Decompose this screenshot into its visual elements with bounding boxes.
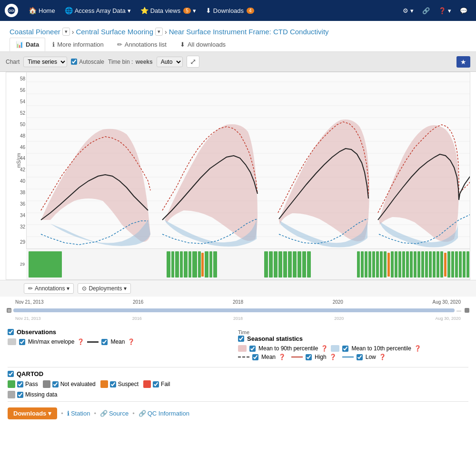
observations-legend: Observations Min/max envelope ❓ Mean ❓ [8, 328, 238, 362]
pass-checkbox[interactable] [17, 381, 23, 387]
qartod-row1: Pass Not evaluated Suspect Fail [8, 380, 468, 388]
qartod-checkbox[interactable] [8, 371, 14, 377]
svg-rect-26 [205, 251, 208, 278]
brand[interactable]: OOI [5, 4, 18, 17]
seasonal-mean-label: Mean [261, 354, 276, 360]
seasonal-90-help[interactable]: ❓ [321, 345, 328, 352]
nav-downloads[interactable]: ⬇ Downloads 4 [202, 5, 258, 16]
tab-annotations[interactable]: ✏ Annotations list [111, 38, 173, 51]
nav-settings[interactable]: ⚙ ▾ [399, 5, 417, 16]
pass-swatch [8, 380, 15, 388]
qc-link[interactable]: 🔗 QC Information [139, 410, 189, 417]
link-icon: 🔗 [100, 410, 108, 417]
footer-links: Downloads ▾ • ℹ Station • 🔗 Source • 🔗 Q… [0, 402, 476, 423]
tab-data[interactable]: 📊 Data [10, 38, 45, 51]
nav-dataviews-label: Data views [150, 7, 181, 14]
time-label: Time [238, 328, 468, 335]
favorite-button[interactable]: ★ [456, 56, 470, 68]
seasonal-mean-checkbox[interactable] [252, 354, 258, 360]
avail-yaxis: 29 [6, 248, 26, 279]
chevron-down-icon: ▾ [67, 285, 69, 292]
breadcrumb-level1-dropdown[interactable]: ▾ [62, 28, 70, 36]
seasonal-high-checkbox[interactable] [306, 354, 312, 360]
obs-minmax-checkbox[interactable] [19, 339, 25, 345]
annotation-bar: ✏ Annotations ▾ ⊙ Deployments ▾ [0, 280, 476, 297]
autoscale-checkbox[interactable] [71, 59, 77, 65]
svg-rect-53 [410, 251, 413, 278]
navbar: OOI 🏠 Home 🌐 Access Array Data ▾ ⭐ Data … [0, 0, 476, 21]
tab-more-info[interactable]: ℹ More information [46, 38, 110, 51]
not-eval-checkbox[interactable] [52, 381, 59, 387]
svg-rect-29 [264, 251, 268, 278]
deployments-button[interactable]: ⊙ Deployments ▾ [78, 283, 131, 294]
obs-mean-help[interactable]: ❓ [128, 338, 135, 345]
seasonal-low-help[interactable]: ❓ [379, 354, 386, 360]
seasonal-90-hump3 [279, 119, 369, 241]
seasonal-10-checkbox[interactable] [342, 346, 348, 352]
svg-text:⊟: ⊟ [8, 308, 11, 313]
breadcrumb-level1[interactable]: Coastal Pioneer [10, 28, 60, 36]
nav-help[interactable]: ❓ ▾ [435, 5, 455, 16]
time-nav-bar[interactable]: ⊟ — [6, 306, 470, 315]
chat-icon: 💬 [460, 7, 467, 14]
svg-rect-33 [283, 251, 287, 278]
time-navigator: Nov 21, 2013 2016 2018 2020 Aug 30, 2020… [6, 297, 470, 324]
suspect-checkbox[interactable] [110, 381, 116, 387]
nav-right: ⚙ ▾ 🔗 ❓ ▾ 💬 [399, 5, 471, 16]
obs-minmax-help[interactable]: ❓ [77, 338, 84, 345]
obs-minmax-row: Min/max envelope ❓ Mean ❓ [8, 338, 238, 345]
nav-dataviews[interactable]: ⭐ Data views 5 ▾ [137, 5, 200, 16]
breadcrumb-level2-dropdown[interactable]: ▾ [155, 28, 163, 36]
source-link[interactable]: 🔗 Source [100, 410, 129, 417]
nav-chat[interactable]: 💬 [456, 5, 471, 16]
timebin-select[interactable]: Auto [157, 57, 183, 67]
seasonal-high-swatch [291, 357, 303, 357]
seasonal-high-help[interactable]: ❓ [329, 354, 337, 360]
chevron-down-icon: ▾ [193, 7, 196, 14]
time-nav-center-handle[interactable]: — [456, 308, 462, 313]
station-link[interactable]: ℹ Station [67, 410, 90, 417]
info-icon: ℹ [52, 41, 55, 48]
tab-all-downloads[interactable]: ⬇ All downloads [174, 38, 232, 51]
breadcrumb-level2[interactable]: Central Surface Mooring [76, 28, 153, 36]
svg-rect-65 [455, 251, 458, 278]
svg-rect-56 [421, 251, 424, 278]
nav-home[interactable]: 🏠 Home [25, 5, 59, 16]
data-icon: 📊 [16, 41, 23, 48]
qartod-fail: Fail [143, 380, 170, 388]
yaxis-value: 32 [8, 224, 25, 229]
chevron-down-icon: ▾ [48, 410, 51, 417]
svg-rect-42 [368, 251, 371, 278]
seasonal-90-checkbox[interactable] [249, 346, 256, 352]
mean-line-swatch [87, 341, 99, 343]
missing-label: Missing data [25, 391, 57, 398]
svg-rect-47 [387, 253, 390, 277]
chart-type-select[interactable]: Time series [23, 57, 67, 67]
observations-checkbox[interactable] [8, 329, 14, 335]
obs-mean-checkbox[interactable] [101, 339, 108, 345]
nav-access-array[interactable]: 🌐 Access Array Data ▾ [61, 5, 135, 16]
qartod-row2: Missing data [8, 391, 468, 398]
seasonal-mean-help[interactable]: ❓ [278, 354, 286, 360]
svg-rect-22 [188, 251, 191, 278]
chart-container: 58 56 54 52 50 48 46 44 42 40 38 36 34 3… [6, 72, 470, 280]
fail-checkbox[interactable] [153, 381, 159, 387]
observations-title: Observations [8, 328, 238, 336]
downloads-button[interactable]: Downloads ▾ [8, 407, 57, 419]
clock-icon: ⊙ [82, 285, 87, 292]
missing-checkbox[interactable] [17, 392, 23, 398]
seasonal-checkbox[interactable] [238, 336, 244, 342]
expand-button[interactable]: ⤢ [187, 56, 199, 68]
svg-rect-62 [444, 253, 446, 277]
annotations-button[interactable]: ✏ Annotations ▾ [24, 283, 74, 294]
yaxis-value: 48 [8, 133, 25, 139]
time-nav-sub-end: Aug 30, 2020 [435, 316, 461, 321]
missing-swatch [8, 391, 15, 398]
edit-icon: ✏ [117, 41, 122, 48]
nav-share[interactable]: 🔗 [418, 5, 434, 16]
breadcrumb-level3[interactable]: Near Surface Instrument Frame: CTD Condu… [169, 28, 329, 36]
seasonal-10-help[interactable]: ❓ [414, 345, 421, 352]
autoscale-control: Autoscale [71, 59, 104, 65]
help-icon: ❓ [438, 7, 446, 14]
seasonal-low-checkbox[interactable] [357, 354, 363, 360]
